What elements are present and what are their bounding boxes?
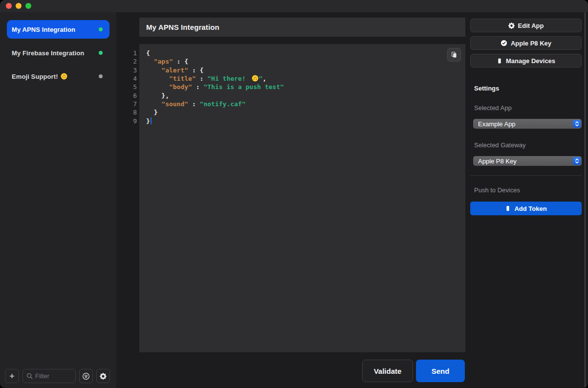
code-token: "title"	[169, 75, 196, 82]
status-dot	[99, 27, 103, 31]
code-token	[146, 83, 169, 91]
line-number: 8	[116, 108, 137, 116]
chevron-up-down-icon	[573, 157, 581, 165]
copy-payload-button[interactable]	[447, 48, 461, 62]
sidebar-toolbar: +	[5, 369, 110, 383]
selected-app-dropdown[interactable]: Example App	[473, 119, 582, 129]
code-token: :	[192, 83, 203, 91]
sidebar-item-label: My Firebase Integration	[12, 49, 84, 57]
seal-check-icon	[501, 40, 507, 46]
line-number: 2	[116, 57, 137, 66]
code-token: ,	[262, 75, 266, 82]
sidebar-item-label: My APNS Integration	[12, 26, 75, 33]
filter-circle-icon	[82, 372, 90, 380]
code-token: "notify.caf"	[200, 100, 246, 108]
code-token	[146, 100, 161, 108]
add-token-button[interactable]: Add Token	[470, 202, 582, 215]
code-line: "body" : "This is a push test"	[146, 83, 458, 91]
code-line: "aps" : {	[146, 57, 458, 66]
code-token: "body"	[169, 83, 192, 91]
add-token-label: Add Token	[514, 205, 546, 212]
editor-header: My APNS Integration	[139, 18, 465, 37]
phone-icon	[497, 58, 502, 64]
code-token: : {	[173, 58, 188, 65]
selected-app-label: Selected App	[474, 104, 512, 112]
code-line: }	[146, 108, 458, 116]
selected-app-value: Example App	[478, 120, 516, 128]
app-window: My APNS IntegrationMy Firebase Integrati…	[0, 0, 588, 388]
payload-editor[interactable]: { "aps" : { "alert" : { "title" : "Hi th…	[139, 44, 465, 352]
code-line: }	[146, 117, 458, 125]
code-line: "title" : "Hi there! ",	[146, 74, 458, 83]
code-token: "This is a push test"	[203, 83, 283, 91]
close-button[interactable]	[6, 3, 12, 9]
selected-gateway-label: Selected Gateway	[474, 141, 526, 149]
sidebar-item[interactable]: My Firebase Integration	[7, 44, 109, 62]
filter-options-button[interactable]	[79, 369, 93, 383]
code-token: "aps"	[154, 58, 173, 65]
line-number: 7	[116, 100, 137, 108]
line-number: 4	[116, 74, 137, 83]
manage-devices-button[interactable]: Manage Devices	[470, 54, 582, 68]
push-to-devices-label: Push to Devices	[474, 186, 520, 194]
panel-divider	[470, 175, 582, 176]
upside-down-face-emoji	[61, 72, 67, 81]
filter-input[interactable]	[35, 372, 72, 380]
panel-button-label: Edit App	[518, 22, 544, 29]
code-line: {	[146, 49, 458, 57]
minimize-button[interactable]	[16, 3, 22, 9]
panel-button-label: Manage Devices	[506, 57, 555, 65]
search-icon	[26, 373, 33, 379]
line-number: 6	[116, 91, 137, 100]
plus-icon: +	[9, 372, 15, 381]
add-integration-button[interactable]: +	[5, 369, 19, 383]
line-number-gutter: 123456789	[116, 49, 137, 125]
code-token	[146, 58, 154, 65]
panel-button-label: Apple P8 Key	[511, 40, 551, 47]
code-token	[146, 75, 169, 82]
copy-icon	[451, 51, 457, 58]
chevron-up-down-icon	[573, 120, 581, 128]
code-content: { "aps" : { "alert" : { "title" : "Hi th…	[146, 49, 458, 125]
code-token: : {	[188, 67, 203, 74]
code-token: },	[146, 92, 169, 99]
page-title: My APNS Integration	[139, 18, 465, 37]
panel-edge-divider	[585, 12, 586, 388]
text-cursor	[151, 117, 152, 124]
edit-app-button[interactable]: Edit App	[470, 19, 582, 32]
code-token: :	[188, 100, 199, 108]
send-button[interactable]: Send	[416, 360, 465, 382]
zoom-button[interactable]	[25, 3, 31, 9]
sidebar: My APNS IntegrationMy Firebase Integrati…	[0, 12, 116, 388]
sidebar-list: My APNS IntegrationMy Firebase Integrati…	[0, 12, 116, 86]
sidebar-item[interactable]: My APNS Integration	[7, 20, 109, 39]
line-number: 3	[116, 66, 137, 74]
selected-gateway-dropdown[interactable]: Apple P8 Key	[473, 156, 582, 166]
status-dot	[99, 51, 103, 55]
upside-down-face-emoji	[252, 74, 259, 83]
code-token: "sound"	[161, 100, 188, 108]
gear-icon	[508, 23, 515, 29]
selected-gateway-value: Apple P8 Key	[478, 158, 517, 165]
code-token: "Hi there!	[207, 75, 249, 82]
settings-button[interactable]	[96, 369, 110, 383]
apple-p8-key-button[interactable]: Apple P8 Key	[470, 36, 582, 50]
settings-heading: Settings	[474, 85, 499, 92]
code-token: :	[196, 75, 207, 82]
sidebar-item[interactable]: Emoji Support!	[7, 67, 109, 86]
validate-button[interactable]: Validate	[362, 360, 413, 382]
code-token: }	[146, 109, 157, 116]
code-line: "alert" : {	[146, 66, 458, 74]
code-token	[146, 67, 161, 74]
line-number: 1	[116, 49, 137, 57]
sidebar-item-label: Emoji Support!	[12, 73, 58, 80]
filter-field[interactable]	[22, 369, 76, 383]
code-token: "	[259, 75, 262, 82]
code-token: "alert"	[161, 67, 188, 74]
settings-panel: Edit AppApple P8 KeyManage Devices Setti…	[470, 12, 582, 388]
code-line: },	[146, 91, 458, 100]
status-dot	[99, 74, 103, 78]
phone-icon	[505, 205, 511, 212]
line-number: 9	[116, 117, 137, 125]
line-number: 5	[116, 83, 137, 91]
